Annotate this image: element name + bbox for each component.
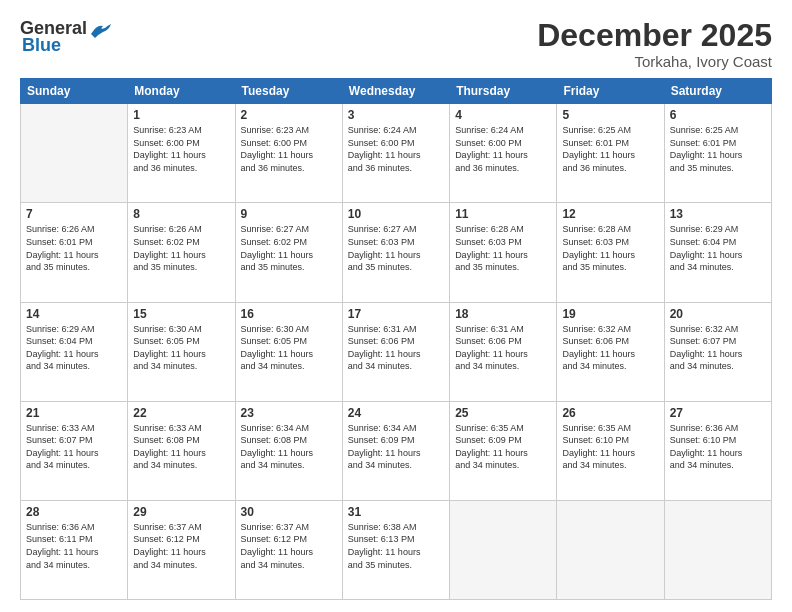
day-number: 18 <box>455 307 551 321</box>
day-number: 15 <box>133 307 229 321</box>
col-saturday: Saturday <box>664 79 771 104</box>
day-cell: 20Sunrise: 6:32 AMSunset: 6:07 PMDayligh… <box>664 302 771 401</box>
col-monday: Monday <box>128 79 235 104</box>
day-info: Sunrise: 6:23 AMSunset: 6:00 PMDaylight:… <box>133 124 229 174</box>
logo-bird-icon <box>89 20 111 38</box>
day-info: Sunrise: 6:24 AMSunset: 6:00 PMDaylight:… <box>348 124 444 174</box>
week-row-0: 1Sunrise: 6:23 AMSunset: 6:00 PMDaylight… <box>21 104 772 203</box>
day-number: 21 <box>26 406 122 420</box>
day-info: Sunrise: 6:32 AMSunset: 6:06 PMDaylight:… <box>562 323 658 373</box>
day-info: Sunrise: 6:38 AMSunset: 6:13 PMDaylight:… <box>348 521 444 571</box>
day-info: Sunrise: 6:32 AMSunset: 6:07 PMDaylight:… <box>670 323 766 373</box>
day-cell: 27Sunrise: 6:36 AMSunset: 6:10 PMDayligh… <box>664 401 771 500</box>
day-cell <box>450 500 557 599</box>
day-number: 2 <box>241 108 337 122</box>
page: General Blue December 2025 Torkaha, Ivor… <box>0 0 792 612</box>
day-info: Sunrise: 6:25 AMSunset: 6:01 PMDaylight:… <box>562 124 658 174</box>
day-number: 29 <box>133 505 229 519</box>
day-number: 24 <box>348 406 444 420</box>
day-cell: 15Sunrise: 6:30 AMSunset: 6:05 PMDayligh… <box>128 302 235 401</box>
day-info: Sunrise: 6:28 AMSunset: 6:03 PMDaylight:… <box>562 223 658 273</box>
month-title: December 2025 <box>537 18 772 53</box>
day-info: Sunrise: 6:35 AMSunset: 6:10 PMDaylight:… <box>562 422 658 472</box>
day-cell: 9Sunrise: 6:27 AMSunset: 6:02 PMDaylight… <box>235 203 342 302</box>
day-cell: 16Sunrise: 6:30 AMSunset: 6:05 PMDayligh… <box>235 302 342 401</box>
calendar: Sunday Monday Tuesday Wednesday Thursday… <box>20 78 772 600</box>
day-info: Sunrise: 6:28 AMSunset: 6:03 PMDaylight:… <box>455 223 551 273</box>
day-number: 14 <box>26 307 122 321</box>
day-number: 10 <box>348 207 444 221</box>
day-cell: 18Sunrise: 6:31 AMSunset: 6:06 PMDayligh… <box>450 302 557 401</box>
week-row-2: 14Sunrise: 6:29 AMSunset: 6:04 PMDayligh… <box>21 302 772 401</box>
week-row-1: 7Sunrise: 6:26 AMSunset: 6:01 PMDaylight… <box>21 203 772 302</box>
title-block: December 2025 Torkaha, Ivory Coast <box>537 18 772 70</box>
day-info: Sunrise: 6:27 AMSunset: 6:02 PMDaylight:… <box>241 223 337 273</box>
day-info: Sunrise: 6:30 AMSunset: 6:05 PMDaylight:… <box>241 323 337 373</box>
day-cell: 4Sunrise: 6:24 AMSunset: 6:00 PMDaylight… <box>450 104 557 203</box>
location-title: Torkaha, Ivory Coast <box>537 53 772 70</box>
day-info: Sunrise: 6:26 AMSunset: 6:02 PMDaylight:… <box>133 223 229 273</box>
col-tuesday: Tuesday <box>235 79 342 104</box>
day-cell: 13Sunrise: 6:29 AMSunset: 6:04 PMDayligh… <box>664 203 771 302</box>
day-number: 4 <box>455 108 551 122</box>
day-number: 9 <box>241 207 337 221</box>
day-number: 1 <box>133 108 229 122</box>
day-cell: 28Sunrise: 6:36 AMSunset: 6:11 PMDayligh… <box>21 500 128 599</box>
day-number: 22 <box>133 406 229 420</box>
day-info: Sunrise: 6:29 AMSunset: 6:04 PMDaylight:… <box>670 223 766 273</box>
week-row-3: 21Sunrise: 6:33 AMSunset: 6:07 PMDayligh… <box>21 401 772 500</box>
day-number: 17 <box>348 307 444 321</box>
day-cell: 14Sunrise: 6:29 AMSunset: 6:04 PMDayligh… <box>21 302 128 401</box>
day-number: 27 <box>670 406 766 420</box>
day-cell <box>664 500 771 599</box>
day-number: 20 <box>670 307 766 321</box>
day-cell: 26Sunrise: 6:35 AMSunset: 6:10 PMDayligh… <box>557 401 664 500</box>
day-info: Sunrise: 6:34 AMSunset: 6:09 PMDaylight:… <box>348 422 444 472</box>
day-cell: 23Sunrise: 6:34 AMSunset: 6:08 PMDayligh… <box>235 401 342 500</box>
day-info: Sunrise: 6:37 AMSunset: 6:12 PMDaylight:… <box>241 521 337 571</box>
day-info: Sunrise: 6:36 AMSunset: 6:10 PMDaylight:… <box>670 422 766 472</box>
day-number: 25 <box>455 406 551 420</box>
day-cell: 10Sunrise: 6:27 AMSunset: 6:03 PMDayligh… <box>342 203 449 302</box>
day-info: Sunrise: 6:27 AMSunset: 6:03 PMDaylight:… <box>348 223 444 273</box>
day-cell: 19Sunrise: 6:32 AMSunset: 6:06 PMDayligh… <box>557 302 664 401</box>
day-cell <box>557 500 664 599</box>
day-info: Sunrise: 6:26 AMSunset: 6:01 PMDaylight:… <box>26 223 122 273</box>
logo: General Blue <box>20 18 111 56</box>
day-info: Sunrise: 6:23 AMSunset: 6:00 PMDaylight:… <box>241 124 337 174</box>
day-number: 23 <box>241 406 337 420</box>
day-number: 16 <box>241 307 337 321</box>
col-sunday: Sunday <box>21 79 128 104</box>
col-wednesday: Wednesday <box>342 79 449 104</box>
day-cell: 25Sunrise: 6:35 AMSunset: 6:09 PMDayligh… <box>450 401 557 500</box>
day-cell: 1Sunrise: 6:23 AMSunset: 6:00 PMDaylight… <box>128 104 235 203</box>
day-cell: 21Sunrise: 6:33 AMSunset: 6:07 PMDayligh… <box>21 401 128 500</box>
day-number: 7 <box>26 207 122 221</box>
day-number: 26 <box>562 406 658 420</box>
day-cell: 31Sunrise: 6:38 AMSunset: 6:13 PMDayligh… <box>342 500 449 599</box>
day-cell: 24Sunrise: 6:34 AMSunset: 6:09 PMDayligh… <box>342 401 449 500</box>
col-thursday: Thursday <box>450 79 557 104</box>
day-info: Sunrise: 6:31 AMSunset: 6:06 PMDaylight:… <box>348 323 444 373</box>
day-cell: 7Sunrise: 6:26 AMSunset: 6:01 PMDaylight… <box>21 203 128 302</box>
day-number: 31 <box>348 505 444 519</box>
day-info: Sunrise: 6:33 AMSunset: 6:08 PMDaylight:… <box>133 422 229 472</box>
day-info: Sunrise: 6:33 AMSunset: 6:07 PMDaylight:… <box>26 422 122 472</box>
day-info: Sunrise: 6:31 AMSunset: 6:06 PMDaylight:… <box>455 323 551 373</box>
day-cell: 8Sunrise: 6:26 AMSunset: 6:02 PMDaylight… <box>128 203 235 302</box>
day-info: Sunrise: 6:36 AMSunset: 6:11 PMDaylight:… <box>26 521 122 571</box>
day-cell <box>21 104 128 203</box>
day-info: Sunrise: 6:35 AMSunset: 6:09 PMDaylight:… <box>455 422 551 472</box>
day-cell: 30Sunrise: 6:37 AMSunset: 6:12 PMDayligh… <box>235 500 342 599</box>
day-number: 8 <box>133 207 229 221</box>
day-info: Sunrise: 6:34 AMSunset: 6:08 PMDaylight:… <box>241 422 337 472</box>
day-cell: 22Sunrise: 6:33 AMSunset: 6:08 PMDayligh… <box>128 401 235 500</box>
day-number: 11 <box>455 207 551 221</box>
header-row: Sunday Monday Tuesday Wednesday Thursday… <box>21 79 772 104</box>
header: General Blue December 2025 Torkaha, Ivor… <box>20 18 772 70</box>
day-info: Sunrise: 6:30 AMSunset: 6:05 PMDaylight:… <box>133 323 229 373</box>
day-info: Sunrise: 6:25 AMSunset: 6:01 PMDaylight:… <box>670 124 766 174</box>
day-number: 5 <box>562 108 658 122</box>
day-number: 28 <box>26 505 122 519</box>
day-number: 30 <box>241 505 337 519</box>
